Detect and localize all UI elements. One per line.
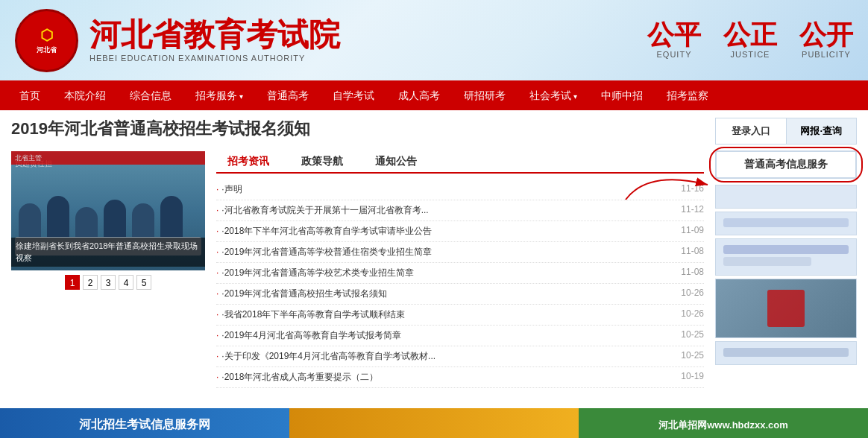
news-item-date: 11-09 xyxy=(681,225,704,238)
news-item-title[interactable]: ·2018年下半年河北省高等教育自学考试审请毕业公告 xyxy=(216,225,485,238)
main-nav: 首页 本院介绍 综合信息 招考服务 普通高考 自学考试 成人高考 研招研考 社会… xyxy=(0,82,868,110)
news-section: 负起责任担 北省主管 徐建培副省长到我省2018年普通高校招生录取现场视察 1 … xyxy=(11,151,704,388)
news-tabs: 招考资讯 政策导航 通知公告 xyxy=(216,151,704,174)
sidebar-item-image xyxy=(715,279,857,338)
news-item-date: 10-26 xyxy=(681,308,704,321)
sidebar-tab-query[interactable]: 网报·查询 xyxy=(787,118,857,144)
main-content: 2019年河北省普通高校招生考试报名须知 xyxy=(0,110,868,408)
news-item-title[interactable]: ·关于印发《2019年4月河北省高等教育自学考试教材... xyxy=(216,350,485,363)
header: ⬡ 河北省 河北省教育考试院 HEBEI EDUCATION EXAMINATI… xyxy=(0,0,868,82)
sidebar-tab-login[interactable]: 登录入口 xyxy=(716,118,786,144)
news-item: ·2018年河北省成人高考重要提示（二）10-19 xyxy=(216,367,704,388)
header-badges: 公平 EQUITY 公正 JUSTICE 公开 PUBLICITY xyxy=(647,22,853,59)
nav-zixue[interactable]: 自学考试 xyxy=(321,82,386,110)
nav-shehui[interactable]: 社会考试 xyxy=(518,82,589,110)
sidebar-tabs: 登录入口 网报·查询 xyxy=(715,118,857,145)
sidebar-highlight-container: 普通高考信息服务 xyxy=(715,150,857,179)
news-image-caption: 徐建培副省长到我省2018年普通高校招生录取现场视察 xyxy=(11,238,205,267)
news-item-date: 10-25 xyxy=(681,350,704,363)
page-5[interactable]: 5 xyxy=(136,275,151,290)
news-item: ·关于印发《2019年4月河北省高等教育自学考试教材...10-25 xyxy=(216,346,704,367)
nav-zhongshi[interactable]: 中师中招 xyxy=(589,82,655,110)
news-item: ·2019年河北省普通高等学校艺术类专业招生简章11-08 xyxy=(216,263,704,284)
tab-notice[interactable]: 通知公告 xyxy=(364,151,428,172)
logo-icon: ⬡ 河北省 xyxy=(15,9,78,72)
page-4[interactable]: 4 xyxy=(119,275,133,290)
news-item-title[interactable]: ·2019年河北省普通高校招生考试报名须知 xyxy=(216,288,485,300)
news-list-section: 招考资讯 政策导航 通知公告 ·声明11-16·河北省教育考试院关于开展第十一届… xyxy=(216,151,704,388)
page-1[interactable]: 1 xyxy=(65,275,80,290)
news-item-title[interactable]: ·我省2018年下半年高等教育自学考试顺利结束 xyxy=(216,308,485,321)
sidebar-item-2[interactable] xyxy=(715,212,857,235)
banner-danzhaowang[interactable]: 河北单招网www.hbdzxx.com xyxy=(579,408,868,438)
pagination: 1 2 3 4 5 xyxy=(11,275,205,290)
sidebar-highlight[interactable]: 普通高考信息服务 xyxy=(715,150,857,179)
nav-jianca[interactable]: 招考监察 xyxy=(655,82,720,110)
news-item-date: 11-16 xyxy=(681,183,704,196)
page-3[interactable]: 3 xyxy=(101,275,116,290)
nav-home[interactable]: 首页 xyxy=(7,82,52,110)
badge-equity: 公平 EQUITY xyxy=(647,22,701,59)
page-2[interactable]: 2 xyxy=(83,275,98,290)
nav-chengren[interactable]: 成人高考 xyxy=(386,82,452,110)
content-area: 2019年河北省普通高校招生考试报名须知 xyxy=(11,118,704,401)
news-image-box: 负起责任担 北省主管 徐建培副省长到我省2018年普通高校招生录取现场视察 1 … xyxy=(11,151,205,388)
badge-justice: 公正 JUSTICE xyxy=(723,22,777,59)
news-image: 负起责任担 北省主管 徐建培副省长到我省2018年普通高校招生录取现场视察 xyxy=(11,151,205,270)
nav-gaokao[interactable]: 普通高考 xyxy=(255,82,321,110)
news-list: ·声明11-16·河北省教育考试院关于开展第十一届河北省教育考...11-12·… xyxy=(216,180,704,388)
bottom-banners: 河北招生考试信息服务网 河北单招网www.hbdzxx.com xyxy=(0,408,868,438)
news-item-title[interactable]: ·声明 xyxy=(216,183,485,196)
tab-news[interactable]: 招考资讯 xyxy=(216,151,280,174)
news-item-date: 10-19 xyxy=(681,371,704,384)
sidebar-item-3[interactable] xyxy=(715,238,857,276)
page-title: 2019年河北省普通高校招生考试报名须知 xyxy=(11,118,704,144)
sidebar: 登录入口 网报·查询 普通高考信息服务 xyxy=(715,118,857,401)
news-item-title[interactable]: ·2019年河北省普通高等学校艺术类专业招生简章 xyxy=(216,267,485,279)
sidebar-item-5[interactable] xyxy=(715,341,857,365)
news-item: ·河北省教育考试院关于开展第十一届河北省教育考...11-12 xyxy=(216,200,704,221)
badge-publicity: 公开 PUBLICITY xyxy=(799,22,853,59)
header-left: ⬡ 河北省 河北省教育考试院 HEBEI EDUCATION EXAMINATI… xyxy=(15,9,340,72)
news-item-title[interactable]: ·2019年河北省普通高等学校普通住宿类专业招生简章 xyxy=(216,246,485,258)
news-item: ·2019年河北省普通高等学校普通住宿类专业招生简章11-08 xyxy=(216,242,704,263)
news-item-date: 11-08 xyxy=(681,246,704,258)
news-item: ·声明11-16 xyxy=(216,180,704,200)
logo-text: 河北省教育考试院 HEBEI EDUCATION EXAMINATIONS AU… xyxy=(89,18,340,63)
nav-service[interactable]: 招考服务 xyxy=(183,82,255,110)
nav-info[interactable]: 综合信息 xyxy=(118,82,183,110)
news-item-title[interactable]: ·河北省教育考试院关于开展第十一届河北省教育考... xyxy=(216,204,485,217)
news-item-date: 10-26 xyxy=(681,288,704,300)
tab-policy[interactable]: 政策导航 xyxy=(290,151,354,172)
news-item-date: 11-12 xyxy=(681,204,704,217)
news-item: ·我省2018年下半年高等教育自学考试顺利结束10-26 xyxy=(216,305,704,326)
news-item-title[interactable]: ·2018年河北省成人高考重要提示（二） xyxy=(216,371,485,384)
news-item-date: 10-25 xyxy=(681,329,704,342)
news-item: ·2018年下半年河北省高等教育自学考试审请毕业公告11-09 xyxy=(216,221,704,242)
sidebar-item-1[interactable] xyxy=(715,185,857,209)
news-item-date: 11-08 xyxy=(681,267,704,279)
news-item: ·2019年4月河北省高等教育自学考试报考简章10-25 xyxy=(216,326,704,346)
banner-orange[interactable] xyxy=(289,408,579,438)
nav-about[interactable]: 本院介绍 xyxy=(52,82,118,110)
news-item-title[interactable]: ·2019年4月河北省高等教育自学考试报考简章 xyxy=(216,329,485,342)
banner-hebei[interactable]: 河北招生考试信息服务网 xyxy=(0,408,289,438)
news-item: ·2019年河北省普通高校招生考试报名须知10-26 xyxy=(216,284,704,305)
nav-yanzhao[interactable]: 研招研考 xyxy=(452,82,518,110)
